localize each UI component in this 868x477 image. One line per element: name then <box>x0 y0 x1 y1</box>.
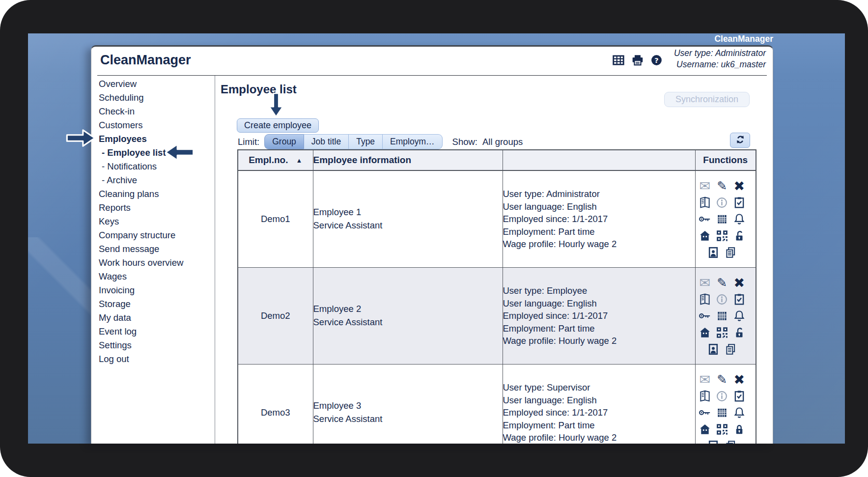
home-icon[interactable] <box>696 228 713 244</box>
bell-icon[interactable] <box>730 405 748 421</box>
functions-cell: ✉✎✖ <box>695 268 756 365</box>
printer-icon[interactable] <box>631 54 644 67</box>
info-icon[interactable] <box>713 388 730 404</box>
id-photo-icon[interactable] <box>705 341 722 357</box>
mail-icon[interactable]: ✉ <box>696 371 713 387</box>
lock-open-icon[interactable] <box>730 325 748 340</box>
header-icon-bar: ? <box>612 54 663 67</box>
sidebar-item-log-out[interactable]: Log out <box>91 352 215 366</box>
column-header-employee-information: Employee information <box>313 150 503 170</box>
lock-open-icon[interactable] <box>730 228 748 244</box>
clipboard-check-icon[interactable] <box>730 388 748 404</box>
sidebar-item-employees[interactable]: Employees <box>91 132 215 146</box>
svg-text:?: ? <box>655 56 659 64</box>
info-icon[interactable] <box>713 291 730 307</box>
employee-name-cell: Employee 2Service Assistant <box>313 268 503 365</box>
column-header-emplno[interactable]: Empl.no.▲ <box>238 150 313 170</box>
sidebar-item-my-data[interactable]: My data <box>91 311 215 325</box>
sidebar-item-check-in[interactable]: Check-in <box>91 105 215 118</box>
clipboard-check-icon[interactable] <box>730 291 748 307</box>
employee-name-cell: Employee 1Service Assistant <box>313 170 503 268</box>
empl-no-cell: Demo3 <box>238 365 313 444</box>
sidebar-item-event-log[interactable]: Event log <box>91 325 215 338</box>
book-icon[interactable] <box>696 195 713 210</box>
limit-button-type[interactable]: Type <box>349 134 383 149</box>
qr-code-icon[interactable] <box>713 421 730 437</box>
employee-details-cell: User type: EmployeeUser language: Englis… <box>503 268 695 365</box>
sidebar-item-storage[interactable]: Storage <box>91 297 215 311</box>
employee-table: Empl.no.▲ Employee information Functions… <box>237 149 756 444</box>
employee-details-cell: User type: SupervisorUser language: Engl… <box>503 365 695 444</box>
sidebar-item-wages[interactable]: Wages <box>91 270 215 283</box>
calendar-icon[interactable] <box>713 211 730 227</box>
function-icon-grid: ✉✎✖ <box>696 178 756 260</box>
bell-icon[interactable] <box>730 308 748 324</box>
id-photo-icon[interactable] <box>705 245 722 260</box>
create-employee-button[interactable]: Create employee <box>237 118 319 133</box>
edit-icon[interactable]: ✎ <box>713 275 730 290</box>
sidebar-item-invoicing[interactable]: Invoicing <box>91 283 215 297</box>
sidebar-item-company-structure[interactable]: Company structure <box>91 228 215 242</box>
copy-documents-icon[interactable] <box>722 341 739 357</box>
sidebar-item-cleaning-plans[interactable]: Cleaning plans <box>91 187 215 201</box>
home-icon[interactable] <box>696 421 713 437</box>
key-icon[interactable] <box>696 211 713 227</box>
column-header-functions: Functions <box>695 150 756 170</box>
limit-row: Limit: GroupJob titleTypeEmploym… Show: … <box>238 134 523 149</box>
info-icon[interactable] <box>713 195 730 210</box>
refresh-button[interactable] <box>730 133 750 148</box>
copy-documents-icon[interactable] <box>722 438 739 444</box>
delete-icon[interactable]: ✖ <box>730 275 748 290</box>
table-icon[interactable] <box>612 54 625 67</box>
table-header-row: Empl.no.▲ Employee information Functions <box>238 150 756 170</box>
mail-icon[interactable]: ✉ <box>696 275 713 290</box>
sidebar-item-settings[interactable]: Settings <box>91 338 215 352</box>
bell-icon[interactable] <box>730 211 748 227</box>
delete-icon[interactable]: ✖ <box>730 371 748 387</box>
sidebar-item-employee-list[interactable]: - Employee list <box>91 146 215 160</box>
qr-code-icon[interactable] <box>713 228 730 244</box>
sidebar-item-archive[interactable]: - Archive <box>91 173 215 187</box>
sidebar-item-send-message[interactable]: Send message <box>91 242 215 256</box>
annotation-arrow-create-employee <box>265 92 287 118</box>
edit-icon[interactable]: ✎ <box>713 178 730 194</box>
empl-no-cell: Demo2 <box>238 268 313 365</box>
functions-cell: ✉✎✖ <box>695 170 756 268</box>
cleanmanager-window: CleanManager ? User type: Administrator … <box>91 45 773 444</box>
help-icon[interactable]: ? <box>650 54 663 67</box>
limit-button-job-title[interactable]: Job title <box>304 134 349 149</box>
synchronization-button[interactable]: Synchronization <box>664 92 750 107</box>
sidebar-item-reports[interactable]: Reports <box>91 201 215 215</box>
table-row: Demo3 Employee 3Service Assistant User t… <box>238 365 756 444</box>
qr-code-icon[interactable] <box>713 325 730 340</box>
sidebar-item-customers[interactable]: Customers <box>91 118 215 132</box>
sidebar-item-notifications[interactable]: - Notifications <box>91 160 215 173</box>
user-info: User type: Administrator Username: uk6_m… <box>674 48 766 70</box>
show-label: Show: <box>452 137 477 147</box>
calendar-icon[interactable] <box>713 405 730 421</box>
key-icon[interactable] <box>696 308 713 324</box>
id-photo-icon[interactable] <box>705 438 722 444</box>
clipboard-check-icon[interactable] <box>730 195 748 210</box>
background-watermark: CleanManager <box>714 34 773 44</box>
copy-documents-icon[interactable] <box>722 245 739 260</box>
book-icon[interactable] <box>696 291 713 307</box>
calendar-icon[interactable] <box>713 308 730 324</box>
table-row: Demo2 Employee 2Service Assistant User t… <box>238 268 756 365</box>
delete-icon[interactable]: ✖ <box>730 178 748 194</box>
mail-icon[interactable]: ✉ <box>696 178 713 194</box>
lock-closed-icon[interactable] <box>730 421 748 437</box>
home-icon[interactable] <box>696 325 713 340</box>
key-icon[interactable] <box>696 405 713 421</box>
edit-icon[interactable]: ✎ <box>713 371 730 387</box>
sidebar-item-scheduling[interactable]: Scheduling <box>91 91 215 105</box>
limit-button-employm-[interactable]: Employm… <box>383 134 442 149</box>
sidebar-list: OverviewSchedulingCheck-inCustomersEmplo… <box>91 76 215 366</box>
sidebar-item-overview[interactable]: Overview <box>91 77 215 91</box>
screenshot-stage: CleanManager CleanManager ? User type: A… <box>0 0 868 477</box>
limit-button-group[interactable]: Group <box>264 134 304 149</box>
employee-details-cell: User type: AdministratorUser language: E… <box>503 170 695 268</box>
sidebar-item-keys[interactable]: Keys <box>91 215 215 228</box>
book-icon[interactable] <box>696 388 713 404</box>
sidebar-item-work-hours-overview[interactable]: Work hours overview <box>91 256 215 270</box>
